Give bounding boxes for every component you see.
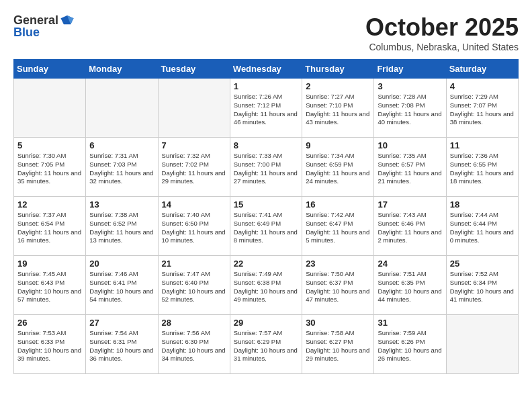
calendar-cell bbox=[86, 79, 158, 138]
calendar-cell: 14Sunrise: 7:40 AM Sunset: 6:50 PM Dayli… bbox=[158, 197, 230, 256]
calendar-cell: 21Sunrise: 7:47 AM Sunset: 6:40 PM Dayli… bbox=[158, 256, 230, 315]
day-info: Sunrise: 7:58 AM Sunset: 6:27 PM Dayligh… bbox=[306, 329, 370, 363]
day-info: Sunrise: 7:43 AM Sunset: 6:46 PM Dayligh… bbox=[378, 211, 442, 245]
day-number: 26 bbox=[17, 318, 82, 328]
day-info: Sunrise: 7:31 AM Sunset: 7:03 PM Dayligh… bbox=[89, 152, 154, 186]
day-info: Sunrise: 7:40 AM Sunset: 6:50 PM Dayligh… bbox=[162, 211, 226, 245]
day-number: 23 bbox=[306, 259, 370, 269]
day-number: 19 bbox=[17, 259, 82, 269]
day-number: 15 bbox=[234, 199, 298, 210]
header-row: SundayMondayTuesdayWednesdayThursdayFrid… bbox=[14, 60, 519, 79]
weekday-header: Thursday bbox=[302, 60, 374, 79]
logo: General Blue bbox=[13, 13, 75, 40]
calendar-week-row: 1Sunrise: 7:26 AM Sunset: 7:12 PM Daylig… bbox=[14, 79, 519, 138]
day-info: Sunrise: 7:36 AM Sunset: 6:55 PM Dayligh… bbox=[450, 152, 515, 186]
day-info: Sunrise: 7:59 AM Sunset: 6:26 PM Dayligh… bbox=[378, 329, 442, 363]
day-info: Sunrise: 7:27 AM Sunset: 7:10 PM Dayligh… bbox=[306, 93, 370, 127]
calendar-cell: 1Sunrise: 7:26 AM Sunset: 7:12 PM Daylig… bbox=[230, 79, 302, 138]
day-info: Sunrise: 7:45 AM Sunset: 6:43 PM Dayligh… bbox=[17, 270, 82, 304]
calendar-cell: 12Sunrise: 7:37 AM Sunset: 6:54 PM Dayli… bbox=[14, 197, 86, 256]
calendar-cell: 25Sunrise: 7:52 AM Sunset: 6:34 PM Dayli… bbox=[446, 256, 518, 315]
day-number: 4 bbox=[450, 81, 515, 91]
day-number: 25 bbox=[450, 259, 515, 269]
day-info: Sunrise: 7:49 AM Sunset: 6:38 PM Dayligh… bbox=[234, 270, 298, 304]
day-number: 7 bbox=[162, 140, 226, 150]
day-number: 10 bbox=[378, 140, 442, 150]
day-number: 11 bbox=[450, 140, 515, 150]
day-info: Sunrise: 7:30 AM Sunset: 7:05 PM Dayligh… bbox=[17, 152, 82, 186]
day-number: 5 bbox=[17, 140, 82, 150]
day-info: Sunrise: 7:42 AM Sunset: 6:47 PM Dayligh… bbox=[306, 211, 370, 245]
day-number: 9 bbox=[306, 140, 370, 150]
day-number: 22 bbox=[234, 259, 298, 269]
weekday-header: Friday bbox=[374, 60, 446, 79]
calendar-cell: 16Sunrise: 7:42 AM Sunset: 6:47 PM Dayli… bbox=[302, 197, 374, 256]
calendar-cell: 28Sunrise: 7:56 AM Sunset: 6:30 PM Dayli… bbox=[158, 315, 230, 374]
day-number: 6 bbox=[89, 140, 154, 150]
day-info: Sunrise: 7:41 AM Sunset: 6:49 PM Dayligh… bbox=[234, 211, 298, 245]
day-info: Sunrise: 7:47 AM Sunset: 6:40 PM Dayligh… bbox=[162, 270, 226, 304]
calendar-cell: 6Sunrise: 7:31 AM Sunset: 7:03 PM Daylig… bbox=[86, 138, 158, 197]
calendar-cell: 11Sunrise: 7:36 AM Sunset: 6:55 PM Dayli… bbox=[446, 138, 518, 197]
day-info: Sunrise: 7:35 AM Sunset: 6:57 PM Dayligh… bbox=[378, 152, 442, 186]
day-info: Sunrise: 7:29 AM Sunset: 7:07 PM Dayligh… bbox=[450, 93, 515, 127]
calendar-week-row: 12Sunrise: 7:37 AM Sunset: 6:54 PM Dayli… bbox=[14, 197, 519, 256]
day-number: 24 bbox=[378, 259, 442, 269]
day-number: 21 bbox=[162, 259, 226, 269]
calendar-cell bbox=[446, 315, 518, 374]
day-number: 28 bbox=[162, 318, 226, 328]
day-number: 14 bbox=[162, 199, 226, 210]
day-number: 18 bbox=[450, 199, 515, 210]
day-info: Sunrise: 7:57 AM Sunset: 6:29 PM Dayligh… bbox=[234, 329, 298, 363]
calendar-table: SundayMondayTuesdayWednesdayThursdayFrid… bbox=[13, 59, 519, 374]
day-info: Sunrise: 7:46 AM Sunset: 6:41 PM Dayligh… bbox=[89, 270, 154, 304]
day-number: 20 bbox=[89, 259, 154, 269]
day-number: 17 bbox=[378, 199, 442, 210]
calendar-cell: 5Sunrise: 7:30 AM Sunset: 7:05 PM Daylig… bbox=[14, 138, 86, 197]
calendar-cell: 30Sunrise: 7:58 AM Sunset: 6:27 PM Dayli… bbox=[302, 315, 374, 374]
day-number: 8 bbox=[234, 140, 298, 150]
day-info: Sunrise: 7:26 AM Sunset: 7:12 PM Dayligh… bbox=[234, 93, 298, 127]
calendar-cell bbox=[158, 79, 230, 138]
day-number: 31 bbox=[378, 318, 442, 328]
location-text: Columbus, Nebraska, United States bbox=[365, 42, 519, 52]
day-number: 16 bbox=[306, 199, 370, 210]
day-info: Sunrise: 7:54 AM Sunset: 6:31 PM Dayligh… bbox=[89, 329, 154, 363]
calendar-cell: 24Sunrise: 7:51 AM Sunset: 6:35 PM Dayli… bbox=[374, 256, 446, 315]
calendar-cell: 8Sunrise: 7:33 AM Sunset: 7:00 PM Daylig… bbox=[230, 138, 302, 197]
calendar-cell: 13Sunrise: 7:38 AM Sunset: 6:52 PM Dayli… bbox=[86, 197, 158, 256]
calendar-cell: 7Sunrise: 7:32 AM Sunset: 7:02 PM Daylig… bbox=[158, 138, 230, 197]
day-number: 12 bbox=[17, 199, 82, 210]
calendar-cell: 20Sunrise: 7:46 AM Sunset: 6:41 PM Dayli… bbox=[86, 256, 158, 315]
calendar-cell: 9Sunrise: 7:34 AM Sunset: 6:59 PM Daylig… bbox=[302, 138, 374, 197]
weekday-header: Saturday bbox=[446, 60, 518, 79]
month-title: October 2025 bbox=[365, 13, 519, 42]
day-info: Sunrise: 7:34 AM Sunset: 6:59 PM Dayligh… bbox=[306, 152, 370, 186]
calendar-week-row: 5Sunrise: 7:30 AM Sunset: 7:05 PM Daylig… bbox=[14, 138, 519, 197]
day-info: Sunrise: 7:53 AM Sunset: 6:33 PM Dayligh… bbox=[17, 329, 82, 363]
weekday-header: Wednesday bbox=[230, 60, 302, 79]
calendar-cell bbox=[14, 79, 86, 138]
day-info: Sunrise: 7:51 AM Sunset: 6:35 PM Dayligh… bbox=[378, 270, 442, 304]
calendar-cell: 10Sunrise: 7:35 AM Sunset: 6:57 PM Dayli… bbox=[374, 138, 446, 197]
day-number: 30 bbox=[306, 318, 370, 328]
day-info: Sunrise: 7:37 AM Sunset: 6:54 PM Dayligh… bbox=[17, 211, 82, 245]
calendar-cell: 31Sunrise: 7:59 AM Sunset: 6:26 PM Dayli… bbox=[374, 315, 446, 374]
day-info: Sunrise: 7:38 AM Sunset: 6:52 PM Dayligh… bbox=[89, 211, 154, 245]
day-info: Sunrise: 7:44 AM Sunset: 6:44 PM Dayligh… bbox=[450, 211, 515, 245]
day-number: 29 bbox=[234, 318, 298, 328]
weekday-header: Tuesday bbox=[158, 60, 230, 79]
calendar-cell: 18Sunrise: 7:44 AM Sunset: 6:44 PM Dayli… bbox=[446, 197, 518, 256]
weekday-header: Sunday bbox=[14, 60, 86, 79]
calendar-cell: 4Sunrise: 7:29 AM Sunset: 7:07 PM Daylig… bbox=[446, 79, 518, 138]
title-block: October 2025 Columbus, Nebraska, United … bbox=[365, 13, 519, 52]
page-header: General Blue October 2025 Columbus, Nebr… bbox=[13, 13, 519, 52]
day-info: Sunrise: 7:56 AM Sunset: 6:30 PM Dayligh… bbox=[162, 329, 226, 363]
day-number: 27 bbox=[89, 318, 154, 328]
calendar-cell: 17Sunrise: 7:43 AM Sunset: 6:46 PM Dayli… bbox=[374, 197, 446, 256]
calendar-cell: 15Sunrise: 7:41 AM Sunset: 6:49 PM Dayli… bbox=[230, 197, 302, 256]
day-number: 2 bbox=[306, 81, 370, 91]
day-number: 1 bbox=[234, 81, 298, 91]
logo-icon bbox=[60, 13, 75, 28]
weekday-header: Monday bbox=[86, 60, 158, 79]
